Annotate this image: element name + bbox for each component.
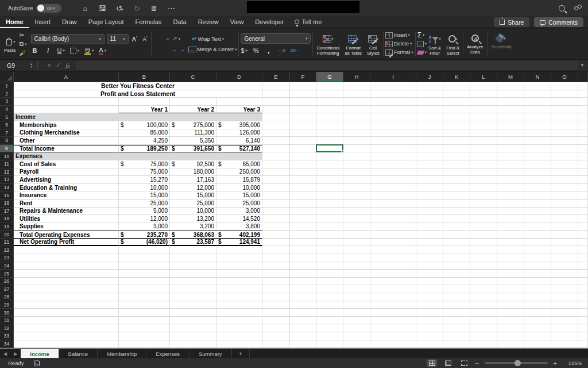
- cell[interactable]: [370, 262, 416, 270]
- cell[interactable]: $124,941: [216, 239, 262, 247]
- cell[interactable]: [370, 317, 416, 325]
- cell[interactable]: [290, 301, 316, 309]
- decrease-indent-button[interactable]: ←: [172, 45, 177, 53]
- cell[interactable]: [578, 168, 588, 177]
- cell[interactable]: [343, 340, 370, 348]
- cell[interactable]: [470, 231, 497, 239]
- cell[interactable]: [551, 231, 578, 239]
- cell[interactable]: [551, 223, 578, 231]
- cell[interactable]: $92,500: [170, 160, 216, 168]
- cell[interactable]: [370, 285, 416, 293]
- cell[interactable]: [316, 231, 343, 239]
- cell[interactable]: 13,200: [170, 215, 216, 223]
- cell[interactable]: [262, 231, 290, 239]
- row-header-14[interactable]: 14: [0, 184, 14, 192]
- name-box[interactable]: G9: [0, 62, 30, 69]
- cell[interactable]: [497, 278, 524, 286]
- cell[interactable]: [170, 278, 216, 286]
- cell[interactable]: [416, 82, 443, 90]
- cell[interactable]: [551, 293, 578, 301]
- sheet-title-row-1[interactable]: Better You Fitness Center: [14, 82, 262, 90]
- increase-decimal-button[interactable]: .00→: [290, 47, 300, 55]
- cell[interactable]: [470, 223, 497, 231]
- cell[interactable]: [551, 113, 578, 121]
- cell[interactable]: [524, 309, 551, 317]
- cell[interactable]: [119, 98, 170, 106]
- cell[interactable]: [119, 152, 170, 160]
- name-box-spinner[interactable]: ▲▼: [30, 63, 33, 68]
- cell[interactable]: [416, 301, 443, 309]
- underline-button[interactable]: U▾: [57, 47, 65, 55]
- cell[interactable]: [416, 160, 443, 168]
- cell[interactable]: [14, 246, 119, 254]
- cell[interactable]: 17,163: [170, 176, 216, 184]
- cell[interactable]: [497, 246, 524, 254]
- cell[interactable]: [316, 106, 343, 114]
- cell[interactable]: [443, 106, 470, 114]
- sheet-nav-prev-icon[interactable]: ◀: [0, 349, 10, 358]
- cell[interactable]: $368,063: [170, 231, 216, 239]
- cell[interactable]: [416, 262, 443, 270]
- clear-button[interactable]: ▾: [417, 48, 427, 56]
- cell[interactable]: [290, 223, 316, 231]
- cell[interactable]: [578, 285, 588, 293]
- cell[interactable]: [290, 208, 316, 216]
- row-header-2[interactable]: 2: [0, 90, 14, 98]
- cell[interactable]: [370, 137, 416, 145]
- cell[interactable]: 15,000: [170, 191, 216, 200]
- cell[interactable]: 111,300: [170, 129, 216, 137]
- cell[interactable]: [370, 191, 416, 200]
- cell[interactable]: [443, 309, 470, 317]
- cell[interactable]: [316, 262, 343, 270]
- cell[interactable]: [524, 223, 551, 231]
- align-left-button[interactable]: [153, 48, 157, 51]
- share-document-icon[interactable]: 🗎︎: [148, 4, 160, 13]
- cell[interactable]: [316, 98, 343, 106]
- ribbon-tab-insert[interactable]: Insert: [29, 16, 57, 28]
- cell[interactable]: [416, 113, 443, 121]
- zoom-slider-thumb[interactable]: [514, 360, 521, 366]
- selected-cell-G9[interactable]: [316, 144, 343, 153]
- cell[interactable]: [497, 98, 524, 106]
- cell[interactable]: $395,000: [216, 121, 262, 129]
- undo-icon[interactable]: ↺▾: [113, 4, 126, 13]
- number-format-select[interactable]: General▾: [241, 33, 311, 44]
- share-button[interactable]: Share: [494, 17, 529, 27]
- cell[interactable]: [119, 301, 170, 309]
- cell[interactable]: [262, 254, 290, 262]
- cell[interactable]: [524, 270, 551, 278]
- cell[interactable]: [290, 239, 316, 247]
- cell[interactable]: [370, 113, 416, 121]
- cell[interactable]: [343, 309, 370, 317]
- cell[interactable]: [551, 106, 578, 114]
- cell[interactable]: [262, 90, 290, 98]
- cell[interactable]: [119, 262, 170, 270]
- row-header-34[interactable]: 34: [0, 340, 14, 348]
- cell[interactable]: [470, 254, 497, 262]
- cell[interactable]: [578, 137, 588, 145]
- row-header-4[interactable]: 4: [0, 106, 14, 114]
- cell[interactable]: [370, 129, 416, 137]
- cell[interactable]: 25,000: [216, 200, 262, 208]
- cell[interactable]: $65,000: [216, 160, 262, 168]
- cell[interactable]: [497, 293, 524, 301]
- cell[interactable]: [416, 246, 443, 254]
- cell[interactable]: [262, 184, 290, 192]
- cell[interactable]: [470, 176, 497, 184]
- cell[interactable]: [119, 332, 170, 340]
- cell[interactable]: [470, 278, 497, 286]
- cell[interactable]: [14, 324, 119, 332]
- cell[interactable]: [170, 301, 216, 309]
- cell[interactable]: [497, 184, 524, 192]
- row-label-payroll[interactable]: Payroll: [14, 168, 119, 177]
- font-color-button[interactable]: A▾: [99, 47, 106, 55]
- cell[interactable]: [551, 176, 578, 184]
- cell[interactable]: [370, 340, 416, 348]
- cell[interactable]: $391,650: [170, 145, 216, 153]
- cell[interactable]: [262, 137, 290, 145]
- row-header-20[interactable]: 20: [0, 231, 14, 239]
- cell[interactable]: [497, 223, 524, 231]
- comments-button[interactable]: Comments: [534, 17, 583, 27]
- cell[interactable]: [524, 262, 551, 270]
- cell[interactable]: [170, 270, 216, 278]
